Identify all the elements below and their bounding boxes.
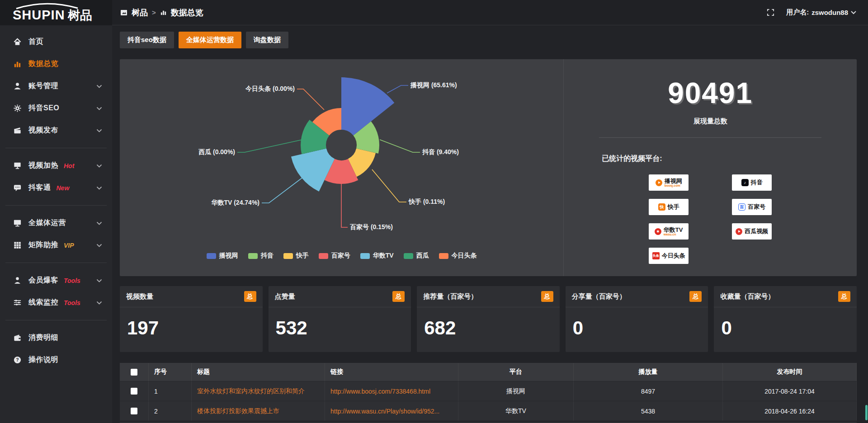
tab-2[interactable]: 询盘数据 xyxy=(246,32,288,48)
cell-title[interactable]: 室外水纹灯和室内水纹灯的区别和简介 xyxy=(192,381,325,401)
platform-logo-icon: 头条 xyxy=(652,252,660,259)
legend-item-4[interactable]: 华数TV xyxy=(360,252,394,260)
platform-name: 百家号 xyxy=(748,204,765,210)
stat-card-total-badge[interactable]: 总 xyxy=(244,291,256,302)
legend-item-5[interactable]: 西瓜 xyxy=(404,252,429,260)
platform-subtext: boosj.com xyxy=(665,184,682,187)
sidebar-item-16[interactable]: ?操作说明 xyxy=(0,349,112,371)
chat-icon xyxy=(13,183,22,193)
sidebar-item-2[interactable]: 账号管理 xyxy=(0,75,112,97)
stat-card-value: 532 xyxy=(269,307,411,339)
platform-badge[interactable]: ♪抖音 xyxy=(732,174,772,191)
stat-card-total-badge[interactable]: 总 xyxy=(689,291,702,302)
sidebar-item-0[interactable]: 首页 xyxy=(0,31,112,53)
sidebar-item-6[interactable]: 视频加热Hot xyxy=(0,155,112,177)
stat-card-value: 0 xyxy=(714,307,857,339)
platform-logo-icon: ✹ xyxy=(655,228,661,235)
platform-badge[interactable]: 快快手 xyxy=(649,199,689,215)
cell-plays: 5438 xyxy=(574,401,723,421)
legend-item-3[interactable]: 百家号 xyxy=(319,252,350,260)
cell-time: 2018-04-26 16:24 xyxy=(723,401,857,421)
pie-label-6: 今日头条 (0.00%) xyxy=(245,85,295,92)
platform-badge[interactable]: 播视网boosj.com xyxy=(649,174,689,191)
table-row-1: 2楼体投影灯投影效果震撼上市http://www.wasu.cn/Play/sh… xyxy=(120,401,857,421)
stat-card-total-badge[interactable]: 总 xyxy=(838,291,850,302)
row-checkbox-cell xyxy=(120,401,149,421)
breadcrumb-current[interactable]: 数据总览 xyxy=(171,7,203,18)
sidebar-item-3[interactable]: 抖音SEO xyxy=(0,97,112,119)
rose-chart[interactable]: 播视网 (65.61%)抖音 (9.40%)快手 (0.11%)百家号 (0.1… xyxy=(120,59,563,260)
account-icon xyxy=(13,82,22,91)
member-icon xyxy=(13,276,22,285)
username: zswodun88 xyxy=(811,9,848,16)
tab-0[interactable]: 抖音seo数据 xyxy=(120,32,174,48)
legend-swatch xyxy=(319,253,328,259)
scrollbar[interactable] xyxy=(865,25,868,423)
scrollbar-thumb[interactable] xyxy=(865,405,868,420)
legend-item-6[interactable]: 今日头条 xyxy=(439,252,477,260)
cell-title[interactable]: 楼体投影灯投影效果震撼上市 xyxy=(192,401,325,421)
breadcrumb-root[interactable]: 树品 xyxy=(132,7,148,18)
legend-swatch xyxy=(439,253,448,259)
brand-logo[interactable]: SHUPIN 树品 xyxy=(0,0,112,25)
cell-link[interactable]: http://www.wasu.cn/Play/show/id/952... xyxy=(325,401,458,421)
label-leader-line xyxy=(387,85,408,93)
home-icon xyxy=(13,38,22,47)
platform-badge[interactable]: 西瓜视频 xyxy=(732,223,772,240)
pie-label-2: 快手 (0.11%) xyxy=(408,198,445,205)
stat-card-value: 197 xyxy=(120,307,263,339)
cell-link[interactable]: http://www.boosj.com/7338468.html xyxy=(325,381,458,401)
platform-badge[interactable]: 百百家号 xyxy=(732,199,772,215)
sidebar-item-12[interactable]: 会员爆客Tools xyxy=(0,269,112,291)
sidebar-divider xyxy=(5,148,107,148)
cell-time: 2017-08-24 17:04 xyxy=(723,381,857,401)
breadcrumb-root-icon xyxy=(120,9,127,16)
sidebar-item-10[interactable]: 矩阵助推VIP xyxy=(0,234,112,256)
cell-index: 2 xyxy=(149,401,192,421)
sidebar-item-label: 视频发布 xyxy=(28,126,58,135)
sidebar-item-label: 数据总览 xyxy=(28,59,58,69)
sidebar-item-label: 操作说明 xyxy=(28,355,58,365)
legend-label: 百家号 xyxy=(331,252,350,260)
help-icon: ? xyxy=(13,356,22,365)
platform-logo-icon: 快 xyxy=(658,203,665,211)
sidebar-item-13[interactable]: 线索监控Tools xyxy=(0,291,112,314)
stat-card-2: 推荐量（百家号）总682 xyxy=(417,286,560,352)
sidebar-item-label: 抖客通 xyxy=(28,183,51,193)
label-leader-line xyxy=(341,183,348,227)
stat-card-total-badge[interactable]: 总 xyxy=(392,291,405,302)
stat-card-title: 收藏量（百家号） xyxy=(720,292,774,301)
pie-slice-4[interactable] xyxy=(291,149,335,192)
platforms-grid: 播视网boosj.com快快手✹华数TVwasu.cn头条今日头条 ♪抖音百百家… xyxy=(564,174,857,264)
chevron-down-icon xyxy=(96,162,102,170)
platform-badge[interactable]: 头条今日头条 xyxy=(649,248,689,264)
platforms-column-left: 播视网boosj.com快快手✹华数TVwasu.cn头条今日头条 xyxy=(649,174,689,264)
column-header-2: 链接 xyxy=(325,363,458,381)
platform-name: 华数TVwasu.cn xyxy=(664,227,683,236)
chevron-down-icon xyxy=(96,299,102,307)
sidebar-item-1[interactable]: 数据总览 xyxy=(0,53,112,75)
logo-suffix: 树品 xyxy=(67,9,92,22)
brand-logo-graphic: SHUPIN 树品 xyxy=(10,3,98,23)
stat-card-total-badge[interactable]: 总 xyxy=(541,291,553,302)
sidebar-item-7[interactable]: 抖客通New xyxy=(0,177,112,199)
select-all-checkbox[interactable] xyxy=(131,369,137,376)
table-body: 1室外水纹灯和室内水纹灯的区别和简介http://www.boosj.com/7… xyxy=(120,381,857,421)
user-menu[interactable]: 用户名: zswodun88 xyxy=(786,8,856,17)
label-leader-line xyxy=(262,178,302,203)
column-header-0: 序号 xyxy=(149,363,192,381)
stat-card-3: 分享量（百家号）总0 xyxy=(566,286,708,352)
legend-item-0[interactable]: 播视网 xyxy=(207,252,238,260)
fullscreen-icon[interactable] xyxy=(767,9,774,16)
legend-item-2[interactable]: 快手 xyxy=(283,252,309,260)
tab-1[interactable]: 全媒体运营数据 xyxy=(179,32,241,48)
monitor-icon xyxy=(13,219,22,228)
sidebar-item-9[interactable]: 全媒体运营 xyxy=(0,212,112,234)
sidebar-item-4[interactable]: 视频发布 xyxy=(0,119,112,141)
row-checkbox[interactable] xyxy=(131,408,137,414)
row-checkbox[interactable] xyxy=(131,388,137,395)
legend-item-1[interactable]: 抖音 xyxy=(248,252,274,260)
sidebar-item-15[interactable]: 消费明细 xyxy=(0,327,112,349)
platform-badge[interactable]: ✹华数TVwasu.cn xyxy=(649,223,689,240)
legend-label: 今日头条 xyxy=(452,252,477,260)
